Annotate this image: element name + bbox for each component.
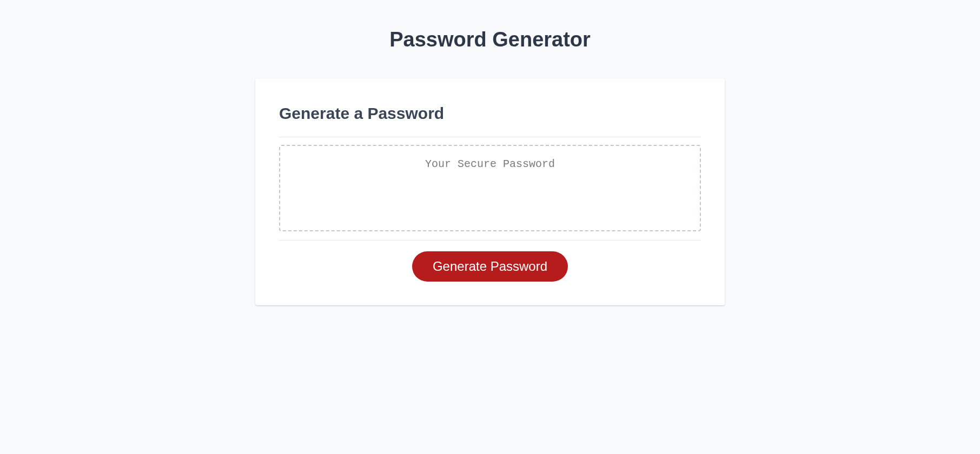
generator-card: Generate a Password Generate Password [255,78,725,305]
page-wrapper: Password Generator Generate a Password G… [79,0,901,305]
divider [279,240,701,241]
button-row: Generate Password [279,251,701,282]
page-title: Password Generator [79,28,901,51]
card-title: Generate a Password [279,104,701,137]
generate-password-button[interactable]: Generate Password [412,251,568,282]
password-output[interactable] [279,145,701,231]
